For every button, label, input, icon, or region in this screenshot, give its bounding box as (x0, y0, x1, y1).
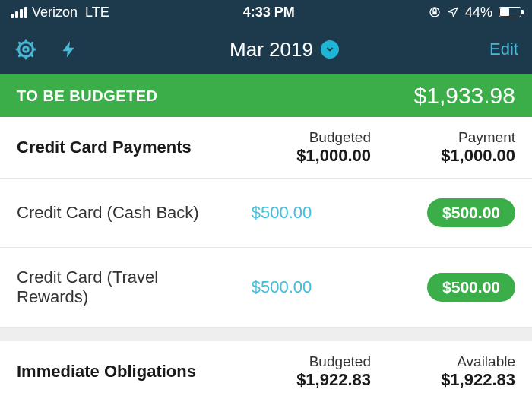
category-available-pill[interactable]: $500.00 (427, 198, 515, 227)
svg-point-3 (24, 47, 29, 52)
tbb-label: TO BE BUDGETED (17, 87, 158, 105)
category-row[interactable]: Credit Card (Cash Back) $500.00 $500.00 (0, 179, 532, 248)
nav-bar: Mar 2019 Edit (0, 24, 532, 74)
category-name: Credit Card (Travel Rewards) (17, 268, 204, 307)
clock: 4:33 PM (243, 5, 295, 21)
category-name: Credit Card (Cash Back) (17, 203, 204, 223)
tbb-amount: $1,933.98 (414, 83, 515, 109)
col-available-label: Available (401, 353, 515, 370)
to-be-budgeted-bar[interactable]: TO BE BUDGETED $1,933.98 (0, 74, 532, 117)
quick-budget-icon[interactable] (59, 37, 79, 62)
svg-rect-1 (432, 11, 436, 14)
section-gap (0, 328, 532, 341)
carrier-label: Verizon (32, 5, 78, 21)
battery-icon (499, 7, 521, 17)
group-header-credit-card-payments[interactable]: Credit Card Payments Budgeted $1,000.00 … (0, 117, 532, 179)
col-available-value: $1,922.83 (401, 370, 515, 390)
chevron-down-icon (321, 40, 339, 59)
col-payment-label: Payment (401, 129, 515, 146)
group-name: Credit Card Payments (17, 138, 192, 157)
group-header-immediate-obligations[interactable]: Immediate Obligations Budgeted $1,922.83… (0, 341, 532, 399)
month-selector[interactable]: Mar 2019 (230, 38, 339, 62)
category-row[interactable]: Credit Card (Travel Rewards) $500.00 $50… (0, 248, 532, 328)
col-budgeted-value: $1,922.83 (257, 370, 371, 390)
status-left: Verizon LTE (11, 5, 109, 21)
month-label: Mar 2019 (230, 38, 313, 62)
category-budgeted[interactable]: $500.00 (204, 203, 359, 223)
edit-button[interactable]: Edit (489, 40, 518, 59)
settings-icon[interactable] (14, 37, 38, 62)
category-available-pill[interactable]: $500.00 (427, 273, 515, 302)
col-payment-value: $1,000.00 (401, 146, 515, 166)
location-icon (447, 6, 459, 18)
signal-icon (11, 7, 27, 18)
col-budgeted-value: $1,000.00 (257, 146, 371, 166)
group-name: Immediate Obligations (17, 362, 196, 382)
status-right: 44% (429, 5, 521, 21)
network-label: LTE (85, 5, 109, 21)
col-budgeted-label: Budgeted (257, 353, 371, 370)
status-bar: Verizon LTE 4:33 PM 44% (0, 0, 532, 24)
battery-pct: 44% (465, 5, 492, 21)
col-budgeted-label: Budgeted (257, 129, 371, 146)
lock-icon (429, 6, 441, 18)
category-budgeted[interactable]: $500.00 (204, 277, 359, 297)
